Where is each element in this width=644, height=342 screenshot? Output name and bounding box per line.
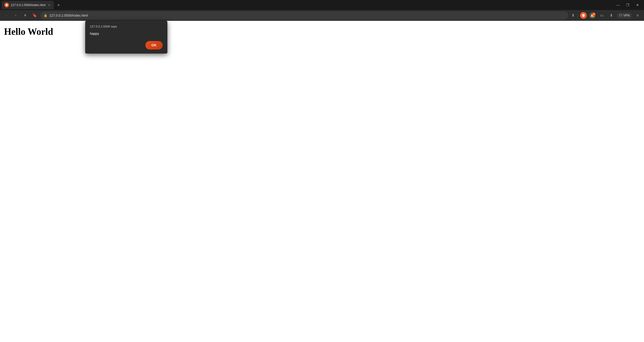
- back-icon: ‹: [6, 13, 7, 18]
- back-button[interactable]: ‹: [3, 12, 10, 19]
- notification-badge: 4: [592, 13, 596, 16]
- close-nav-icon: ✕: [24, 13, 27, 18]
- bookmark-button[interactable]: 🔖: [31, 12, 38, 19]
- tab-title: 127.0.0.1:5500/index.html: [11, 3, 46, 7]
- maximize-button[interactable]: ❐: [623, 1, 632, 9]
- divider: [577, 13, 578, 18]
- vpn-icon: 🛡: [619, 14, 622, 17]
- tab-favicon: [4, 3, 9, 8]
- menu-button[interactable]: ≡: [634, 12, 641, 19]
- tab-bar: 127.0.0.1:5500/index.html × + — ❐ ✕: [0, 0, 644, 10]
- address-text: 127.0.0.1:5500/index.html: [49, 14, 565, 18]
- address-bar[interactable]: 🔒 127.0.0.1:5500/index.html: [40, 11, 568, 20]
- vpn-label: VPN: [623, 14, 630, 17]
- vpn-button[interactable]: 🛡 VPN: [617, 13, 632, 18]
- close-window-button[interactable]: ✕: [632, 1, 642, 9]
- dialog-overlay: 127.0.0.1:5500 says happy OK: [0, 21, 644, 342]
- forward-icon: ›: [15, 13, 16, 18]
- minimize-button[interactable]: —: [613, 1, 623, 9]
- brave-shields-button[interactable]: [580, 12, 587, 19]
- lock-icon: 🔒: [44, 14, 47, 17]
- alert-dialog: 127.0.0.1:5500 says happy OK: [85, 21, 167, 54]
- tab-close-button[interactable]: ×: [47, 3, 51, 7]
- window-controls: — ❐ ✕: [613, 1, 642, 9]
- forward-button[interactable]: ›: [12, 12, 20, 19]
- alert-message: happy: [90, 32, 163, 36]
- share-button[interactable]: ⬆: [572, 13, 574, 18]
- sidebar-icon: ▭: [600, 13, 604, 18]
- active-tab[interactable]: 127.0.0.1:5500/index.html ×: [2, 1, 54, 9]
- nav-bar: ‹ › ✕ 🔖 🔒 127.0.0.1:5500/index.html ⬆ 🔔 …: [0, 10, 644, 21]
- reload-button[interactable]: ✕: [22, 12, 29, 19]
- downloads-icon: ⬇: [610, 13, 613, 18]
- browser-chrome: 127.0.0.1:5500/index.html × + — ❐ ✕ ‹ › …: [0, 0, 644, 21]
- hamburger-icon: ≡: [636, 13, 639, 18]
- sidebar-toggle-button[interactable]: ▭: [598, 12, 606, 19]
- bookmark-icon: 🔖: [32, 13, 37, 18]
- ok-button[interactable]: OK: [146, 41, 163, 50]
- downloads-button[interactable]: ⬇: [608, 12, 615, 19]
- page-content: Hello World 127.0.0.1:5500 says happy OK: [0, 21, 644, 342]
- notification-button[interactable]: 🔔 4: [589, 12, 596, 19]
- new-tab-button[interactable]: +: [55, 2, 62, 9]
- alert-title: 127.0.0.1:5500 says: [90, 25, 163, 28]
- alert-footer: OK: [90, 41, 163, 50]
